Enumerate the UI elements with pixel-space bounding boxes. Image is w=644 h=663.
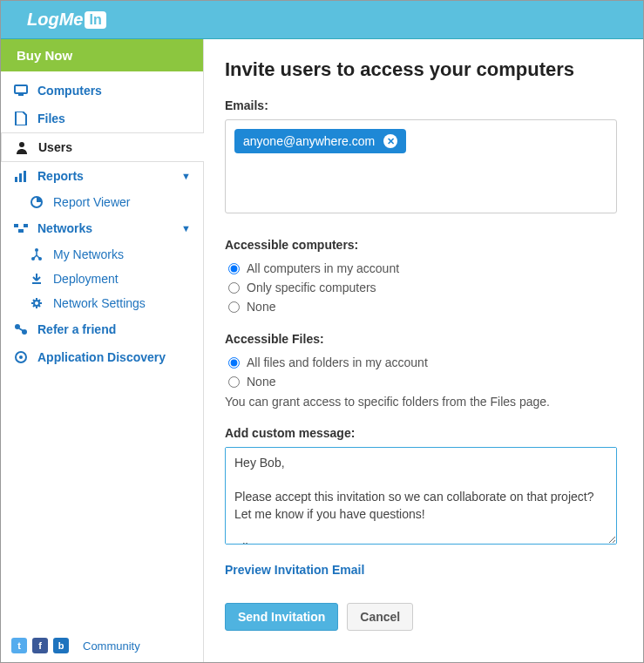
sidebar-item-computers[interactable]: Computers — [1, 77, 203, 105]
svg-rect-7 — [14, 224, 18, 227]
svg-point-10 — [35, 248, 38, 252]
preview-email-link[interactable]: Preview Invitation Email — [225, 563, 364, 577]
file-icon — [13, 112, 29, 125]
sidebar-subitem-label: Report Viewer — [53, 195, 130, 209]
buy-now-button[interactable]: Buy Now — [1, 39, 203, 71]
radio-label: Only specific computers — [247, 281, 376, 294]
svg-rect-13 — [32, 282, 41, 284]
logo-text: LogMe — [27, 10, 83, 30]
files-option-all[interactable]: All files and folders in my account — [225, 353, 617, 372]
sidebar-item-files[interactable]: Files — [1, 105, 203, 132]
facebook-icon[interactable]: f — [32, 638, 48, 653]
sidebar-subitem-label: My Networks — [53, 247, 124, 261]
community-link[interactable]: Community — [83, 639, 140, 653]
download-icon — [29, 273, 44, 285]
bar-chart-icon — [13, 170, 29, 182]
sidebar-item-label: Application Discovery — [37, 350, 166, 364]
computers-option-specific[interactable]: Only specific computers — [225, 278, 617, 297]
computers-label: Accessible computers: — [225, 238, 617, 252]
svg-rect-3 — [15, 177, 17, 182]
message-label: Add custom message: — [225, 426, 617, 440]
top-bar: LogMe In — [1, 1, 643, 39]
sidebar-subitem-label: Deployment — [53, 272, 119, 286]
radio-label: All files and folders in my account — [247, 355, 428, 369]
sidebar-subitem-my-networks[interactable]: My Networks — [1, 242, 203, 267]
emails-label: Emails: — [225, 98, 617, 112]
logo-badge: In — [85, 11, 105, 29]
email-chip-text: anyone@anywhere.com — [243, 134, 375, 148]
sidebar-subitem-label: Network Settings — [53, 296, 146, 310]
sidebar-subitem-network-settings[interactable]: Network Settings — [1, 291, 203, 315]
email-chip: anyone@anywhere.com ✕ — [234, 129, 406, 153]
emails-input[interactable]: anyone@anywhere.com ✕ — [225, 119, 617, 213]
sidebar-subitem-report-viewer[interactable]: Report Viewer — [1, 190, 203, 214]
sidebar-item-label: Users — [38, 140, 72, 154]
pie-icon — [29, 196, 44, 208]
svg-point-18 — [19, 355, 23, 359]
svg-rect-5 — [24, 171, 26, 182]
svg-rect-0 — [15, 85, 27, 93]
custom-message-textarea[interactable] — [225, 447, 617, 545]
network-icon — [13, 223, 29, 233]
send-invitation-button[interactable]: Send Invitation — [225, 603, 338, 631]
sidebar-item-label: Reports — [37, 169, 84, 183]
main-content: Invite users to access your computers Em… — [204, 39, 643, 662]
radio-input[interactable] — [228, 357, 240, 369]
share-icon — [13, 323, 29, 335]
radio-label: None — [247, 375, 275, 389]
chevron-down-icon: ▼ — [181, 223, 191, 233]
radio-input[interactable] — [228, 376, 240, 388]
app-window: LogMe In Buy Now Computers Files — [0, 0, 644, 663]
files-hint: You can grant access to specific folders… — [225, 395, 617, 409]
files-label: Accessible Files: — [225, 332, 617, 346]
computers-option-all[interactable]: All computers in my account — [225, 259, 617, 278]
sidebar: Buy Now Computers Files — [1, 39, 204, 662]
gear-icon — [29, 297, 44, 309]
user-icon — [14, 140, 30, 154]
svg-point-2 — [19, 142, 24, 147]
twitter-icon[interactable]: t — [11, 638, 27, 653]
sidebar-subitem-deployment[interactable]: Deployment — [1, 267, 203, 291]
sidebar-item-refer-friend[interactable]: Refer a friend — [1, 315, 203, 343]
logo: LogMe In — [27, 10, 106, 30]
radio-label: All computers in my account — [247, 261, 399, 275]
sidebar-item-label: Networks — [37, 221, 92, 235]
sidebar-item-networks[interactable]: Networks ▼ — [1, 214, 203, 242]
sidebar-item-users[interactable]: Users — [1, 132, 204, 162]
sidebar-item-app-discovery[interactable]: Application Discovery — [1, 343, 203, 371]
sidebar-item-label: Computers — [37, 84, 102, 98]
sidebar-item-reports[interactable]: Reports ▼ — [1, 162, 203, 190]
nav: Computers Files Users — [1, 71, 203, 629]
svg-rect-1 — [18, 94, 24, 96]
radio-input[interactable] — [228, 301, 240, 313]
files-option-none[interactable]: None — [225, 372, 617, 391]
cancel-button[interactable]: Cancel — [347, 603, 413, 631]
radio-input[interactable] — [228, 282, 240, 294]
chevron-down-icon: ▼ — [181, 171, 191, 181]
radio-label: None — [247, 300, 275, 314]
actions: Send Invitation Cancel — [225, 603, 617, 631]
computers-option-none[interactable]: None — [225, 297, 617, 316]
page-title: Invite users to access your computers — [225, 58, 617, 81]
computers-radio-group: All computers in my account Only specifi… — [225, 259, 617, 316]
svg-rect-4 — [19, 173, 22, 182]
svg-rect-8 — [24, 224, 28, 227]
sidebar-footer: t f b Community — [1, 629, 203, 662]
tree-icon — [29, 248, 44, 260]
svg-point-14 — [34, 301, 39, 306]
svg-rect-9 — [18, 229, 24, 233]
sidebar-item-label: Files — [37, 112, 65, 125]
target-icon — [13, 350, 29, 364]
files-radio-group: All files and folders in my account None — [225, 353, 617, 391]
close-icon[interactable]: ✕ — [383, 134, 397, 148]
radio-input[interactable] — [228, 263, 240, 274]
sidebar-item-label: Refer a friend — [37, 322, 116, 336]
monitor-icon — [13, 85, 29, 97]
blog-icon[interactable]: b — [53, 638, 69, 653]
